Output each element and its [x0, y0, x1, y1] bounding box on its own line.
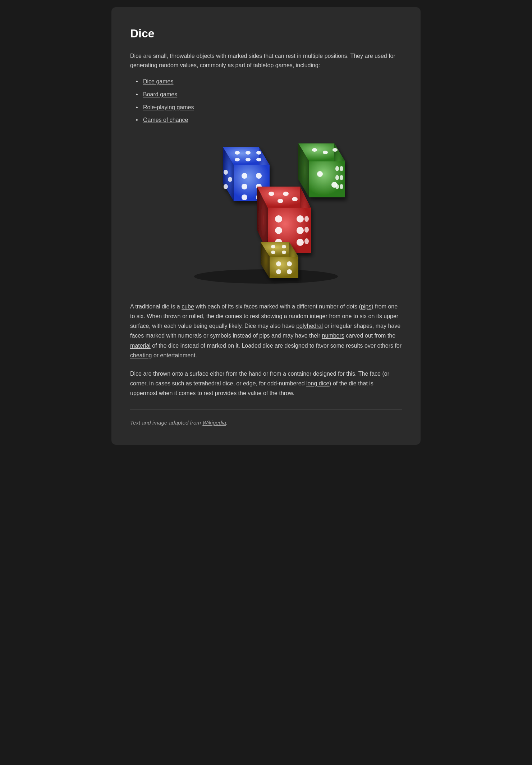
list-item: Dice games [136, 77, 402, 86]
svg-point-4 [256, 151, 261, 155]
svg-point-27 [335, 184, 339, 189]
svg-point-39 [297, 239, 304, 246]
long-dice-link[interactable]: long dice [306, 380, 329, 386]
svg-point-43 [271, 245, 275, 248]
svg-point-23 [335, 166, 339, 171]
polyhedral-link[interactable]: polyhedral [296, 323, 323, 329]
svg-point-44 [282, 245, 286, 248]
dice-image-area [130, 136, 402, 287]
svg-point-3 [246, 151, 251, 155]
svg-point-36 [275, 227, 282, 234]
footer-text-suffix: . [226, 420, 228, 426]
svg-point-42 [304, 238, 309, 244]
wikipedia-link[interactable]: Wikipedia [202, 420, 226, 426]
yellow-die [261, 242, 298, 278]
svg-point-20 [332, 148, 338, 152]
intro-paragraph: Dice are small, throwable objects with m… [130, 51, 402, 70]
pips-link[interactable]: pips [361, 303, 371, 310]
role-playing-games-link[interactable]: Role-playing games [143, 104, 194, 110]
svg-point-2 [235, 151, 240, 155]
cube-link[interactable]: cube [182, 303, 194, 310]
svg-point-31 [283, 192, 289, 196]
svg-point-8 [242, 173, 247, 179]
svg-point-14 [224, 170, 228, 175]
svg-point-33 [278, 199, 283, 203]
svg-rect-17 [309, 161, 345, 197]
svg-point-9 [256, 173, 262, 179]
svg-point-16 [224, 184, 228, 189]
body-paragraph-1: A traditional die is a cube with each of… [130, 302, 402, 360]
article-container: Dice Dice are small, throwable objects w… [111, 7, 421, 445]
svg-point-40 [304, 216, 309, 222]
list-item: Board games [136, 90, 402, 99]
list-item: Role-playing games [136, 103, 402, 112]
svg-point-10 [242, 184, 247, 189]
svg-point-24 [340, 166, 343, 171]
svg-point-18 [312, 148, 317, 152]
integer-link[interactable]: integer [310, 313, 327, 319]
svg-point-46 [282, 251, 286, 254]
games-of-chance-link[interactable]: Games of chance [143, 117, 188, 123]
dice-games-link[interactable]: Dice games [143, 78, 173, 84]
cheating-link[interactable]: cheating [130, 352, 152, 358]
material-link[interactable]: material [130, 343, 151, 349]
section-divider [130, 409, 402, 410]
list-item: Games of chance [136, 115, 402, 125]
svg-point-15 [228, 177, 232, 182]
page-title: Dice [130, 24, 402, 43]
footer-attribution: Text and image adapted from Wikipedia. [130, 418, 402, 427]
svg-point-32 [292, 197, 298, 201]
svg-point-21 [317, 171, 323, 177]
dice-illustration [180, 136, 352, 287]
body-paragraph-2: Dice are thrown onto a surface either fr… [130, 369, 402, 398]
svg-point-5 [235, 158, 240, 161]
svg-point-41 [304, 227, 309, 233]
intro-text-after: , including: [293, 62, 320, 68]
svg-point-25 [335, 175, 339, 180]
svg-point-6 [246, 158, 251, 161]
svg-point-34 [275, 215, 282, 223]
svg-point-47 [276, 261, 281, 266]
tabletop-games-link[interactable]: tabletop games [253, 62, 292, 68]
svg-point-12 [242, 194, 247, 200]
svg-point-30 [269, 192, 274, 196]
games-list: Dice games Board games Role-playing game… [136, 77, 402, 124]
board-games-link[interactable]: Board games [143, 91, 177, 97]
svg-point-35 [297, 215, 304, 223]
svg-point-19 [323, 151, 328, 154]
svg-point-48 [287, 261, 292, 266]
svg-point-50 [287, 269, 292, 274]
svg-point-49 [276, 269, 281, 274]
numbers-link[interactable]: numbers [322, 333, 344, 339]
green-die [298, 143, 345, 197]
svg-point-26 [340, 175, 343, 180]
svg-point-7 [256, 158, 261, 161]
svg-point-28 [340, 184, 343, 189]
footer-text-before: Text and image adapted from [130, 420, 202, 426]
svg-point-37 [297, 227, 304, 234]
svg-point-45 [271, 251, 275, 254]
